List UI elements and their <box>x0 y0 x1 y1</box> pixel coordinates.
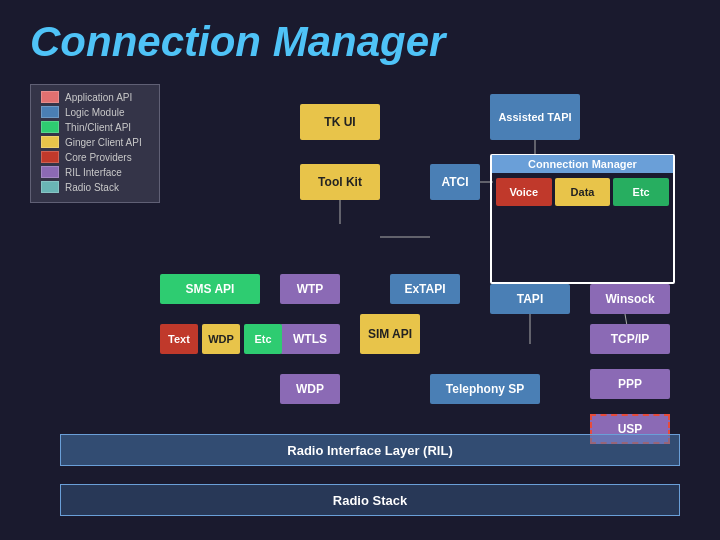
tcpip-box: TCP/IP <box>590 324 670 354</box>
diagram: TK UI Assisted TAPI Tool Kit ATCI Connec… <box>0 74 720 534</box>
winsock-box: Winsock <box>590 284 670 314</box>
wtp-box: WTP <box>280 274 340 304</box>
etc-box: Etc <box>244 324 282 354</box>
tkui-box: TK UI <box>300 104 380 140</box>
toolkit-box: Tool Kit <box>300 164 380 200</box>
radio-stack-bar: Radio Stack <box>60 484 680 516</box>
connection-manager-title: Connection Manager <box>492 155 673 173</box>
tab-voice[interactable]: Voice <box>496 178 552 206</box>
connection-manager-tabs: Voice Data Etc <box>496 178 669 206</box>
connection-manager-box: Connection Manager Voice Data Etc <box>490 154 675 284</box>
page-title: Connection Manager <box>0 0 720 74</box>
extapi-box: ExTAPI <box>390 274 460 304</box>
wdp-box: WDP <box>202 324 240 354</box>
sms-api-box: SMS API <box>160 274 260 304</box>
tab-data[interactable]: Data <box>555 178 611 206</box>
atci-box: ATCI <box>430 164 480 200</box>
telephony-sp-box: Telephony SP <box>430 374 540 404</box>
tapi-box: TAPI <box>490 284 570 314</box>
wtls-box: WTLS <box>280 324 340 354</box>
ppp-box: PPP <box>590 369 670 399</box>
sim-api-box: SIM API <box>360 314 420 354</box>
assisted-tapi-box: Assisted TAPI <box>490 94 580 140</box>
wdp-lower-box: WDP <box>280 374 340 404</box>
ril-bar: Radio Interface Layer (RIL) <box>60 434 680 466</box>
tab-etc[interactable]: Etc <box>613 178 669 206</box>
text-box: Text <box>160 324 198 354</box>
